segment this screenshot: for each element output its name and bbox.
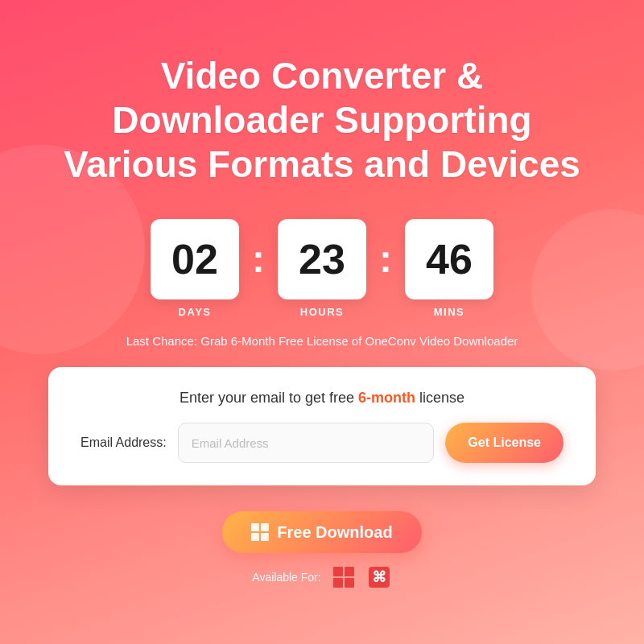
available-label: Available For: <box>252 571 320 584</box>
page-container: Video Converter & Downloader Supporting … <box>0 0 644 644</box>
hours-box: 23 <box>278 219 366 299</box>
mins-label: MINS <box>434 306 465 318</box>
decorative-circle-right <box>531 209 644 370</box>
free-download-button[interactable]: Free Download <box>222 511 421 553</box>
days-box: 02 <box>151 219 239 299</box>
mac-platform-icon: ⌘ <box>366 564 392 590</box>
email-label: Email Address: <box>80 436 167 450</box>
email-card-title: Enter your email to get free 6-month lic… <box>80 390 564 407</box>
windows-logo <box>333 567 354 588</box>
mac-logo: ⌘ <box>369 567 390 588</box>
countdown-hours: 23 HOURS <box>278 219 366 318</box>
separator-2: : <box>379 240 392 279</box>
page-title: Video Converter & Downloader Supporting … <box>64 54 580 188</box>
email-card: Enter your email to get free 6-month lic… <box>48 367 596 485</box>
get-license-button[interactable]: Get License <box>445 423 564 463</box>
countdown-mins: 46 MINS <box>405 219 493 318</box>
countdown-days: 02 DAYS <box>151 219 239 318</box>
mins-box: 46 <box>405 219 493 299</box>
email-form-row: Email Address: Get License <box>80 423 564 463</box>
separator-1: : <box>252 240 265 279</box>
days-label: DAYS <box>179 306 212 318</box>
countdown-section: 02 DAYS : 23 HOURS : 46 MINS <box>151 219 493 318</box>
email-input[interactable] <box>178 423 435 463</box>
windows-icon <box>251 523 269 541</box>
last-chance-text: Last Chance: Grab 6-Month Free License o… <box>126 334 518 348</box>
windows-platform-icon <box>331 564 357 590</box>
hours-label: HOURS <box>300 306 344 318</box>
available-section: Available For: ⌘ <box>252 564 391 590</box>
